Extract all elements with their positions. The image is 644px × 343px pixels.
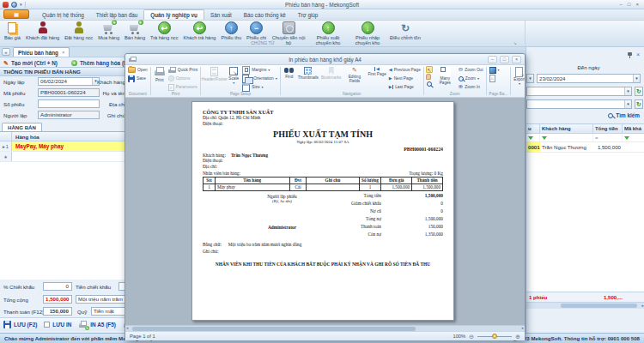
save-print-checkbox[interactable]: LƯU IN bbox=[44, 322, 71, 328]
search-button[interactable]: Tìm kiếm bbox=[608, 112, 640, 118]
scale-button[interactable]: Scale▾ bbox=[227, 66, 240, 86]
quick-print-button[interactable]: Quick Print bbox=[167, 66, 198, 74]
zoom-out-button[interactable]: ⊖Zoom Out bbox=[458, 66, 484, 74]
collapse-tabs-button[interactable]: « bbox=[2, 48, 10, 56]
open-button[interactable]: Open bbox=[127, 66, 149, 74]
ribbon-tab-tro-giup[interactable]: Trợ giúp bbox=[292, 10, 325, 20]
scroll-right-icon[interactable]: ▸ bbox=[522, 326, 524, 330]
tab-phieu-ban-hang[interactable]: Phiếu bán hàng × bbox=[13, 47, 70, 57]
hand-tool-icon[interactable] bbox=[426, 74, 431, 80]
many-pages-button[interactable]: Many Pages bbox=[434, 66, 457, 86]
save-document-button[interactable]: Save bbox=[127, 75, 147, 82]
file-menu-button[interactable]: ▤ bbox=[3, 9, 29, 19]
group-expand-icon[interactable]: ↘ bbox=[513, 41, 517, 45]
zoom-slider[interactable] bbox=[477, 336, 512, 337]
options-button[interactable]: Options bbox=[167, 75, 198, 82]
ribbon-tab-quan-tri-he-thong[interactable]: Quản trị hệ thống bbox=[36, 10, 90, 20]
pin-icon[interactable] bbox=[628, 52, 632, 58]
previous-page-button[interactable]: ◀Previous Page bbox=[388, 66, 422, 74]
find-button[interactable]: Find bbox=[283, 66, 296, 80]
tab-hang-ban[interactable]: HÀNG BÁN bbox=[2, 123, 42, 131]
print-a5-button[interactable]: + IN A5 (F5) bbox=[78, 321, 116, 328]
parameters-button[interactable]: ≡Parameters bbox=[167, 83, 198, 91]
ribbon-tab-bao-cao-thong-ke[interactable]: Báo cáo thống kê bbox=[238, 10, 292, 20]
filter-combo-2[interactable]: ▼ bbox=[526, 99, 632, 109]
chevron-down-icon[interactable]: ▼ bbox=[526, 75, 533, 82]
chevron-down-icon[interactable]: ▼ bbox=[624, 87, 631, 95]
filter-cell[interactable]: = bbox=[593, 134, 623, 141]
save-button[interactable]: LƯU (F2) bbox=[3, 321, 37, 328]
code-input[interactable]: PBH00001-060224 bbox=[38, 88, 100, 97]
ribbon-tab-quan-ly-nghiep-vu[interactable]: Quản lý nghiệp vụ bbox=[143, 9, 204, 20]
invoice-code-cell[interactable]: 0001-... bbox=[526, 142, 540, 152]
column-header-clipped[interactable]: u bbox=[526, 124, 540, 133]
chevron-down-icon[interactable]: ▼ bbox=[633, 75, 640, 82]
column-header-code[interactable]: Mã khá bbox=[623, 124, 644, 133]
column-header-total[interactable]: Tổng tiền bbox=[593, 124, 623, 133]
invoice-row[interactable]: 0001-... Trần Ngọc Thương 1,500,000 bbox=[526, 142, 644, 153]
ribbon-tab-thiet-lap-ban-au[interactable]: Thiết lập ban đầu bbox=[90, 10, 144, 20]
thumbnails-button[interactable]: Thumbnails bbox=[297, 66, 319, 81]
preview-area[interactable]: CÔNG TY TNHH SẢN XUẤT Địa chỉ: Quận 12, … bbox=[125, 98, 525, 325]
magnifier-tool-icon[interactable] bbox=[427, 81, 432, 87]
size-button[interactable]: Size▾ bbox=[241, 83, 277, 91]
print-button-dialog[interactable]: Print bbox=[153, 66, 167, 83]
close-icon[interactable]: × bbox=[635, 2, 639, 7]
dialog-minimize-icon[interactable]: ‒ bbox=[488, 56, 497, 63]
total-input[interactable]: 1,500,000 bbox=[43, 295, 72, 304]
zoom-in-button[interactable]: ⊕Zoom In bbox=[458, 83, 484, 91]
scrollbar-thumb[interactable] bbox=[561, 304, 637, 308]
first-page-button[interactable]: ◀First Page bbox=[367, 66, 386, 77]
checkbox-icon[interactable] bbox=[44, 322, 50, 328]
page-color-button[interactable]: ▾ bbox=[489, 66, 501, 74]
column-header-customer[interactable]: Khách hàng bbox=[540, 124, 593, 133]
horizontal-scrollbar[interactable]: ▸ bbox=[526, 302, 644, 309]
zoom-button[interactable]: Zoom▾ bbox=[458, 75, 484, 82]
zoom-slider-knob[interactable] bbox=[492, 334, 497, 339]
fund-label: Quỹ bbox=[77, 307, 87, 316]
orientation-button[interactable]: Orientation▾ bbox=[241, 75, 277, 82]
creator-input[interactable]: Administrator bbox=[38, 111, 100, 119]
next-page-button[interactable]: ▶Next Page bbox=[388, 75, 422, 82]
close-panel-icon[interactable]: × bbox=[636, 52, 640, 58]
refresh-icon[interactable]: ↻ bbox=[635, 87, 643, 96]
invoice-codecol-cell[interactable] bbox=[623, 142, 644, 152]
editing-fields-button[interactable]: ✎Editing Fields bbox=[343, 66, 366, 84]
to-date-input[interactable]: 23/02/2024▼ bbox=[537, 74, 641, 83]
filter-cell[interactable] bbox=[526, 134, 540, 141]
minimize-icon[interactable]: ‒ bbox=[620, 2, 623, 7]
maximize-icon[interactable]: □ bbox=[628, 2, 631, 7]
last-page-button[interactable]: ▶Last Page bbox=[388, 83, 422, 91]
date-input[interactable]: 06/02/2024▼ bbox=[38, 77, 100, 86]
dialog-close-icon[interactable]: × bbox=[512, 56, 521, 63]
chevron-down-icon[interactable]: ▾ bbox=[20, 3, 22, 7]
dialog-maximize-icon[interactable]: □ bbox=[500, 56, 509, 63]
number-input[interactable] bbox=[38, 99, 100, 108]
clipped-field-end[interactable]: ▼ bbox=[526, 74, 534, 83]
create-new-button[interactable]: ✎ Tạo mới (Ctrl + N) bbox=[3, 60, 58, 66]
filter-combo-1[interactable]: ▼ bbox=[526, 87, 632, 96]
export-button[interactable]: Export▾ bbox=[513, 66, 525, 87]
filter-cell[interactable] bbox=[540, 134, 593, 141]
refresh-icon[interactable]: ↻ bbox=[635, 99, 643, 109]
invoice-total-cell[interactable]: 1,500,000 bbox=[593, 142, 623, 152]
header-footer-button[interactable]: Header/Footer bbox=[203, 66, 226, 82]
preview-horizontal-scrollbar[interactable]: ◂ ▸ bbox=[125, 325, 525, 331]
zoom-out-icon[interactable]: ⊖ bbox=[469, 334, 474, 340]
chevron-down-icon: ▾ bbox=[233, 81, 234, 85]
ribbon-tab-san-xuat[interactable]: Sản xuất bbox=[204, 10, 238, 20]
chevron-down-icon[interactable]: ▼ bbox=[624, 100, 631, 108]
zoom-in-icon[interactable]: ⊕ bbox=[515, 334, 520, 340]
close-tab-icon[interactable]: × bbox=[62, 50, 65, 55]
watermark-button[interactable]: A bbox=[489, 75, 496, 82]
pointer-tool-icon[interactable]: ↖ bbox=[426, 66, 433, 73]
chevron-down-icon: ▾ bbox=[477, 76, 479, 81]
margins-button[interactable]: Margins▾ bbox=[241, 66, 277, 74]
paid-input[interactable]: 150,000 bbox=[43, 307, 72, 316]
bookmarks-button[interactable]: Bookmarks bbox=[320, 66, 342, 81]
discount-pct-input[interactable]: 0 bbox=[43, 282, 72, 291]
scroll-left-icon[interactable]: ◂ bbox=[126, 326, 128, 330]
filter-cell[interactable] bbox=[623, 134, 644, 141]
invoice-customer-cell[interactable]: Trần Ngọc Thương bbox=[540, 142, 593, 152]
quick-access-icon[interactable] bbox=[11, 2, 17, 8]
